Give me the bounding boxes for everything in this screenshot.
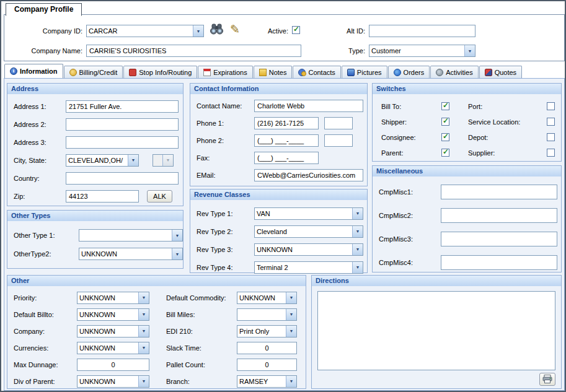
company-id-combo[interactable]: CARCAR [86,25,204,37]
service-location-checkbox[interactable] [547,118,555,126]
branch-label: Branch: [166,378,237,385]
cmpmisc2-field[interactable] [441,208,557,223]
phone1-field[interactable]: (216) 261-7125 [254,117,319,129]
company-name-field[interactable]: CARRIE'S CURIOSITIES [86,45,301,57]
field-value: Charlotte Webb [257,102,304,110]
port-label: Port: [468,103,537,110]
address1-field[interactable]: 21751 Fuller Ave. [66,100,179,113]
consignee-checkbox[interactable] [441,133,449,141]
max-dunnage-field[interactable]: 0 [77,359,149,371]
phone1-ext-field[interactable] [324,117,353,129]
rev-type1-combo[interactable]: VAN [254,207,363,220]
cmpmisc4-field[interactable] [441,255,557,270]
zip-field[interactable]: 44123 [66,190,139,203]
chevron-down-icon[interactable] [193,25,203,37]
phone2-field[interactable]: (___) ___-____ [254,134,319,147]
chevron-down-icon[interactable] [138,309,149,320]
directions-textarea[interactable] [317,291,555,370]
supplier-label: Supplier: [468,149,537,157]
alt-id-label: Alt ID: [314,27,365,35]
fax-field[interactable]: (___) ___-____ [254,152,319,164]
tab-orders[interactable]: Orders [388,66,430,78]
chevron-down-icon[interactable] [138,292,149,303]
chevron-down-icon[interactable] [464,45,475,56]
pencil-icon[interactable]: ✎ [230,22,240,37]
active-checkbox[interactable] [292,26,300,34]
rev-type4-combo[interactable]: Terminal 2 [254,261,363,274]
calendar-icon [203,69,211,76]
default-billto-combo[interactable]: UNKNOWN [77,308,149,321]
tab-billing-credit[interactable]: Billing/Credit [64,66,123,78]
supplier-checkbox[interactable] [547,149,555,157]
chevron-down-icon[interactable] [352,208,363,219]
city-state-secondary-combo[interactable] [153,154,174,167]
window-tab-company-profile[interactable]: Company Profile [6,3,82,16]
priority-combo[interactable]: UNKNOWN [77,292,149,304]
chevron-down-icon[interactable] [138,326,149,337]
chevron-down-icon[interactable] [128,155,138,166]
other-type1-combo[interactable] [79,229,183,242]
port-checkbox[interactable] [547,102,555,110]
address-panel: Address Address 1: 21751 Fuller Ave. Add… [7,83,184,206]
depot-checkbox[interactable] [547,133,555,141]
chevron-down-icon[interactable] [138,342,149,354]
phone2-ext-field[interactable] [324,134,353,147]
chevron-down-icon[interactable] [172,248,182,259]
email-field[interactable]: CWebb@CarriesCuriosities.com [254,169,363,181]
tab-notes[interactable]: Notes [254,66,293,78]
misc-panel-title: Miscellaneous [373,166,561,176]
print-button[interactable] [539,373,555,386]
tab-contacts[interactable]: Contacts [293,66,340,78]
edi-210-label: EDI 210: [166,328,237,335]
chevron-down-icon[interactable] [286,376,296,387]
chevron-down-icon[interactable] [138,376,149,387]
city-state-combo[interactable]: CLEVELAND,OH/ [66,154,139,167]
branch-combo[interactable]: RAMSEY [237,375,297,388]
tab-quotes[interactable]: Quotes [479,66,522,78]
type-combo[interactable]: Customer [369,45,475,57]
edi-210-combo[interactable]: Print Only [237,325,297,338]
chevron-down-icon[interactable] [172,230,182,241]
contact-name-field[interactable]: Charlotte Webb [254,100,363,112]
tab-label: Expirations [213,69,247,76]
slack-time-field[interactable]: 0 [237,342,297,354]
rev-type2-combo[interactable]: Cleveland [254,225,363,238]
chevron-down-icon[interactable] [352,262,363,273]
currencies-combo[interactable]: UNKNOWN [77,342,149,354]
div-of-parent-combo[interactable]: UNKNOWN [77,375,149,388]
rev-type3-combo[interactable]: UNKNOWN [254,243,363,256]
binoculars-icon[interactable] [210,24,224,36]
address3-field[interactable] [66,136,179,149]
chevron-down-icon [162,155,173,166]
chevron-down-icon[interactable] [352,244,363,255]
pallet-count-field[interactable]: 0 [237,359,297,371]
chevron-down-icon[interactable] [286,309,296,320]
contact-panel-title: Contact Information [190,84,367,94]
tab-expirations[interactable]: Expirations [198,66,252,78]
cmpmisc3-field[interactable] [441,232,557,246]
tab-stop-info-routing[interactable]: Stop Info/Routing [123,66,197,78]
billto-checkbox[interactable] [441,102,449,110]
combo-value: Terminal 2 [255,262,352,273]
cmpmisc1-field[interactable] [441,185,557,199]
alk-button[interactable]: ALK [147,190,172,203]
country-field[interactable] [66,172,179,185]
chevron-down-icon[interactable] [286,326,296,337]
default-commodity-combo[interactable]: UNKNOWN [237,292,297,304]
tab-information[interactable]: Information [4,64,63,78]
tab-label: Information [20,68,58,75]
depot-label: Depot: [468,134,537,141]
shipper-checkbox[interactable] [441,118,449,126]
parent-checkbox[interactable] [441,149,449,157]
chevron-down-icon[interactable] [286,292,296,303]
address2-field[interactable] [66,118,179,131]
bill-miles-combo[interactable] [237,308,297,321]
tab-label: Activities [446,69,472,76]
tab-pictures[interactable]: Pictures [342,66,387,78]
other-type2-combo[interactable]: UNKNOWN [79,248,183,260]
tab-activities[interactable]: Activities [430,66,478,78]
alt-id-field[interactable] [369,25,475,37]
quotes-icon [485,69,492,76]
company-combo[interactable]: UNKNOWN [77,325,149,338]
chevron-down-icon[interactable] [352,226,363,237]
